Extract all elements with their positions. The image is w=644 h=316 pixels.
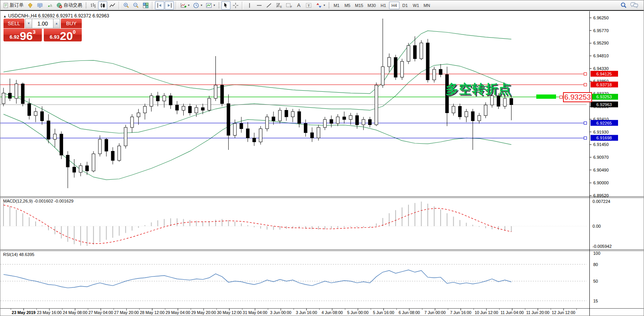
- search-icon[interactable]: [620, 2, 627, 9]
- gold-gem-icon: [27, 2, 33, 9]
- timeframe-button-m1[interactable]: M1: [331, 2, 342, 9]
- timeframe-button-w1[interactable]: W1: [411, 2, 421, 9]
- price-callout-label[interactable]: 6.93253: [563, 92, 592, 102]
- market-watch-button[interactable]: [26, 1, 35, 10]
- bar-chart-mode-button[interactable]: [88, 1, 98, 10]
- sell-price-big: 96: [20, 31, 33, 41]
- candle: [105, 139, 108, 151]
- timeframe-button-m15[interactable]: M15: [353, 2, 365, 9]
- toolbar-separator: [242, 2, 243, 9]
- candle: [2, 93, 5, 103]
- time-label: 23 May 2019: [12, 310, 35, 315]
- toolbar-grip[interactable]: [218, 2, 220, 9]
- candle: [310, 133, 313, 138]
- tile-windows-icon: [143, 2, 149, 9]
- collapse-arrow-icon[interactable]: ▲: [3, 14, 7, 18]
- text-label-tool-button[interactable]: T: [304, 1, 314, 10]
- text-tool-button[interactable]: A: [294, 1, 303, 10]
- crosshair-tool-button[interactable]: [231, 1, 240, 10]
- candle: [420, 43, 423, 59]
- price-chip-label: 6.93718: [596, 82, 612, 87]
- candle: [214, 85, 217, 98]
- candle: [484, 105, 487, 115]
- grid-tool-button[interactable]: F: [284, 1, 294, 10]
- sell-price-button[interactable]: 6.92 96 3: [3, 29, 42, 41]
- arrows-tool-button[interactable]: ▾: [314, 1, 327, 10]
- timeframe-button-m30[interactable]: M30: [365, 2, 377, 9]
- autotrading-button[interactable]: 自动交易: [55, 1, 84, 10]
- line-chart-mode-button[interactable]: [108, 1, 117, 10]
- horizontal-line-tool-button[interactable]: [255, 1, 264, 10]
- time-label: 12 Jun 12:00: [552, 310, 575, 315]
- toolbar-grip[interactable]: [328, 2, 330, 9]
- candle: [169, 96, 172, 105]
- timeframe-button-h1[interactable]: H1: [378, 2, 389, 9]
- chart-canvas[interactable]: 6.962506.957706.952906.948106.943306.938…: [0, 11, 644, 316]
- time-label: 4 Jun 08:00: [322, 310, 343, 315]
- timeframe-button-h4[interactable]: H4: [389, 2, 399, 9]
- rsi-axis-label: 80: [593, 262, 598, 267]
- candle: [220, 85, 224, 104]
- periods-button[interactable]: ▾: [191, 1, 204, 10]
- buy-price-sup: 0: [73, 29, 76, 35]
- annotation-text[interactable]: 多空转折点: [446, 81, 511, 98]
- fibonacci-tool-button[interactable]: E: [274, 1, 284, 10]
- volume-decrease-button[interactable]: ▼: [25, 19, 32, 28]
- buy-price-big: 20: [60, 31, 73, 41]
- indicators-button[interactable]: ▾: [179, 1, 191, 10]
- new-order-button[interactable]: 新订单: [2, 1, 25, 10]
- chart-shift-button[interactable]: [155, 1, 164, 10]
- candle: [471, 112, 474, 121]
- line-handle[interactable]: [584, 72, 587, 75]
- sell-price-sup: 3: [33, 29, 35, 35]
- timeframe-button-mn[interactable]: MN: [422, 2, 432, 9]
- navigator-button[interactable]: [35, 1, 45, 10]
- volume-increase-button[interactable]: ▲: [53, 19, 60, 28]
- candle: [111, 151, 114, 160]
- fibonacci-icon: E: [276, 2, 282, 9]
- zoom-in-button[interactable]: [122, 1, 131, 10]
- auto-scroll-button[interactable]: [165, 1, 174, 10]
- price-tick-label: 6.91450: [593, 142, 609, 147]
- price-tick-label: 6.90490: [593, 168, 609, 172]
- tile-windows-button[interactable]: [141, 1, 150, 10]
- candle: [452, 106, 455, 113]
- price-tick-label: 6.91930: [593, 130, 609, 134]
- timeframe-button-d1[interactable]: D1: [400, 2, 410, 9]
- text-tool-label: A: [297, 2, 301, 8]
- line-handle[interactable]: [584, 122, 587, 124]
- cursor-tool-button[interactable]: [221, 1, 231, 10]
- candlestick-chart-icon: [100, 2, 106, 9]
- toolbar-grip[interactable]: [85, 2, 87, 9]
- buy-price-button[interactable]: 6.93 20 0: [44, 29, 82, 41]
- volume-value[interactable]: 1.00: [32, 19, 53, 28]
- candle: [253, 138, 256, 142]
- toolbar-separator: [152, 2, 153, 9]
- candle: [343, 117, 346, 120]
- candle-chart-mode-button[interactable]: [98, 1, 107, 10]
- candle: [34, 112, 37, 115]
- trendline-tool-button[interactable]: [264, 1, 274, 10]
- buy-button[interactable]: BUY: [61, 19, 82, 28]
- candle: [407, 46, 410, 62]
- signals-button[interactable]: [45, 1, 54, 10]
- chat-icon[interactable]: [630, 2, 639, 9]
- candle: [137, 113, 140, 117]
- line-handle[interactable]: [584, 137, 587, 139]
- sell-button[interactable]: SELL: [3, 19, 24, 28]
- templates-button[interactable]: ▾: [204, 1, 217, 10]
- price-chip-label: 6.92963: [596, 102, 612, 107]
- timeframe-button-m5[interactable]: M5: [342, 2, 353, 9]
- arrows-icon: [316, 2, 322, 9]
- line-handle[interactable]: [584, 83, 587, 86]
- candle: [233, 124, 236, 136]
- zoom-out-button[interactable]: [131, 1, 141, 10]
- vertical-line-tool-button[interactable]: [245, 1, 254, 10]
- trend-segment-object[interactable]: [536, 94, 556, 99]
- price-tick-label: 6.89520: [593, 193, 609, 198]
- candle: [324, 120, 327, 128]
- macd-signal-line: [3, 205, 511, 244]
- macd-axis-label: 0.007224: [592, 199, 610, 204]
- candles-layer: [2, 19, 513, 188]
- candle: [246, 129, 249, 138]
